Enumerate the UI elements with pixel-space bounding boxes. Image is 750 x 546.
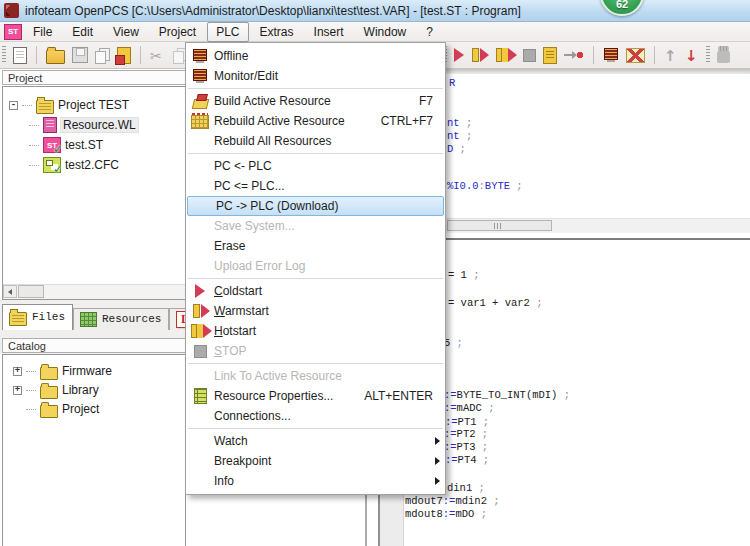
project-tree-hscrollbar[interactable] (3, 284, 185, 299)
menubar-item-view[interactable]: View (104, 22, 148, 42)
menu-item-breakpoint[interactable]: Breakpoint (186, 451, 445, 471)
menu-item-pc-plc[interactable]: PC <= PLC... (186, 176, 445, 196)
plc-dropdown-menu: OfflineMonitor/EditBuild Active Resource… (185, 42, 446, 495)
menubar-item-extras[interactable]: Extras (251, 22, 303, 42)
code-fragment: nt ; (447, 117, 472, 129)
menu-item-info[interactable]: Info (186, 471, 445, 491)
monitor-icon[interactable] (603, 48, 619, 62)
menu-item-rebuild-active-resource[interactable]: Rebuild Active ResourceCTRL+F7 (186, 111, 445, 131)
menubar-item-file[interactable]: File (24, 22, 61, 42)
menu-item-label: Build Active Resource (214, 94, 411, 108)
tree-item-test2-cfc[interactable]: test2.CFC (29, 155, 119, 175)
menu-item-watch[interactable]: Watch (186, 431, 445, 451)
menu-item-upload-error-log[interactable]: Upload Error Log (186, 256, 445, 276)
menu-item-resource-properties[interactable]: Resource Properties...ALT+ENTER (186, 386, 445, 406)
tree-connector (29, 145, 39, 146)
menu-item-monitor-edit[interactable]: Monitor/Edit (186, 66, 445, 86)
menubar-item-[interactable]: ? (417, 22, 442, 42)
menu-item-label: PC <= PLC... (214, 179, 433, 193)
coldstart-icon[interactable] (454, 48, 464, 62)
menu-item-build-active-resource[interactable]: Build Active ResourceF7 (186, 91, 445, 111)
menu-item-label: PC <- PLC (214, 159, 433, 173)
menubar-item-plc[interactable]: PLC (207, 22, 248, 42)
folder-lines-icon (36, 100, 54, 114)
tree-connector (29, 125, 39, 126)
hotstart-icon[interactable] (495, 48, 516, 62)
menu-shortcut: ALT+ENTER (364, 389, 433, 403)
resources-grid-icon (80, 312, 97, 327)
document-yellow-icon[interactable] (543, 47, 557, 64)
menu-item-stop[interactable]: STOP (186, 341, 445, 361)
menu-item-hotstart[interactable]: Hotstart (186, 321, 445, 341)
menu-item-pc-plc-download[interactable]: PC -> PLC (Download) (187, 196, 444, 216)
tree-item-label: Resource.WL (61, 118, 138, 132)
menu-item-rebuild-all-resources[interactable]: Rebuild All Resources (186, 131, 445, 151)
expand-toggle[interactable]: + (13, 386, 22, 395)
tab-library[interactable] (169, 308, 186, 330)
expand-toggle[interactable]: + (13, 367, 22, 376)
menu-item-label: PC -> PLC (Download) (216, 199, 431, 213)
menu-item-erase[interactable]: Erase (186, 236, 445, 256)
download-arrow-icon[interactable] (564, 48, 584, 62)
menu-item-pc-plc[interactable]: PC <- PLC (186, 156, 445, 176)
project-tree-panel[interactable]: -Project TESTResource.WLtest.STtest2.CFC (2, 86, 186, 300)
st-app-icon (4, 24, 22, 40)
menubar-item-window[interactable]: Window (355, 22, 416, 42)
arrow-up-icon[interactable] (664, 47, 678, 63)
menu-item-link-to-active-resource[interactable]: Link To Active Resource (186, 366, 445, 386)
stop-icon (186, 345, 214, 358)
new-doc-icon[interactable] (13, 47, 27, 64)
save-as-red-icon[interactable] (117, 47, 131, 64)
menu-item-connections[interactable]: Connections... (186, 406, 445, 426)
menu-item-warmstart[interactable]: Warmstart (186, 301, 445, 321)
tree-item-test-st[interactable]: test.ST (29, 135, 103, 155)
hotstart-icon (186, 324, 214, 338)
monitor-icon (192, 49, 208, 63)
copy-stack-icon[interactable] (95, 48, 110, 63)
menubar-item-insert[interactable]: Insert (305, 22, 353, 42)
tree-connector (26, 371, 36, 372)
cut-icon[interactable] (150, 47, 166, 64)
menu-item-label: Upload Error Log (214, 259, 433, 273)
var-pane-hscrollbar[interactable] (445, 218, 750, 233)
cfc-badge-icon (43, 157, 61, 173)
menu-item-label: Offline (214, 49, 433, 63)
arrow-down-icon[interactable] (685, 47, 699, 63)
catalog-item-firmware[interactable]: +Firmware (13, 361, 112, 381)
tab-label: Files (32, 311, 65, 323)
stop-icon[interactable] (523, 49, 536, 62)
menu-item-label: Monitor/Edit (214, 69, 433, 83)
catalog-tree-panel[interactable]: +Firmware+LibraryProject (2, 354, 186, 546)
menu-item-label: Breakpoint (214, 454, 433, 468)
open-folder-icon[interactable] (46, 50, 65, 64)
catalog-item-library[interactable]: +Library (13, 380, 99, 400)
hscrollbar-thumb[interactable] (447, 220, 552, 231)
tree-item-project-root[interactable]: -Project TEST (9, 95, 129, 115)
menubar-item-edit[interactable]: Edit (63, 22, 102, 42)
collapse-toggle[interactable]: - (9, 101, 18, 110)
menu-item-offline[interactable]: Offline (186, 46, 445, 66)
toolbar-separator (140, 46, 141, 64)
catalog-panel-title: Catalog (8, 340, 46, 352)
editor-pane-var[interactable]: Rnt ;nt ;D ;%I0.0:BYTE ; (443, 74, 750, 240)
tree-item-label: Project TEST (58, 98, 129, 112)
resource-properties-icon (186, 388, 214, 404)
code-fragment: :=PT4 ; (445, 454, 489, 466)
menubar-item-project[interactable]: Project (150, 22, 205, 42)
scroll-left-button[interactable] (3, 285, 17, 298)
tab-resources[interactable]: Resources (73, 308, 169, 330)
tab-files[interactable]: Files (2, 304, 73, 330)
grip-icon (706, 46, 710, 64)
menu-item-save-system[interactable]: Save System... (186, 216, 445, 236)
warmstart-icon[interactable] (471, 48, 488, 62)
mail-error-icon[interactable] (626, 48, 645, 63)
catalog-item-project[interactable]: Project (13, 399, 99, 419)
toolbar-group-file (2, 42, 188, 68)
tree-item-resource-wl[interactable]: Resource.WL (29, 115, 138, 135)
save-icon[interactable] (72, 47, 88, 63)
hscrollbar-thumb[interactable] (18, 285, 44, 298)
hotstart-icon (190, 324, 211, 338)
hand-icon[interactable] (717, 49, 730, 63)
menu-item-coldstart[interactable]: Coldstart (186, 281, 445, 301)
toolbar-group-plc (443, 42, 730, 68)
